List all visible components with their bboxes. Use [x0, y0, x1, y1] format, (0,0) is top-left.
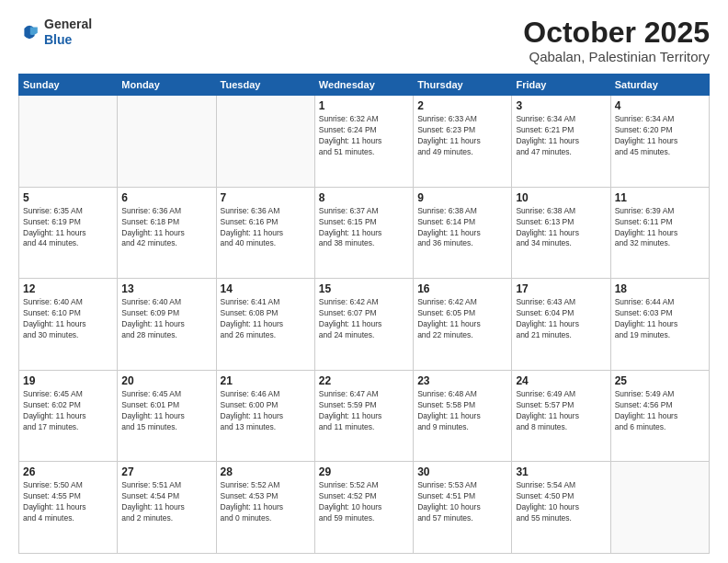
day-info: Sunrise: 5:49 AM Sunset: 4:56 PM Dayligh…	[615, 389, 705, 433]
logo-icon	[18, 21, 40, 43]
table-row: 19Sunrise: 6:45 AM Sunset: 6:02 PM Dayli…	[19, 370, 118, 462]
day-info: Sunrise: 6:39 AM Sunset: 6:11 PM Dayligh…	[615, 206, 705, 250]
table-row: 5Sunrise: 6:35 AM Sunset: 6:19 PM Daylig…	[19, 187, 118, 279]
day-number: 3	[516, 99, 606, 112]
table-row: 10Sunrise: 6:38 AM Sunset: 6:13 PM Dayli…	[512, 187, 610, 279]
logo-general: General	[44, 17, 92, 32]
table-row: 28Sunrise: 5:52 AM Sunset: 4:53 PM Dayli…	[216, 462, 314, 554]
day-number: 14	[221, 282, 311, 295]
day-number: 21	[221, 374, 311, 387]
table-row: 3Sunrise: 6:34 AM Sunset: 6:21 PM Daylig…	[512, 96, 610, 188]
calendar-week-row: 19Sunrise: 6:45 AM Sunset: 6:02 PM Dayli…	[19, 370, 710, 462]
col-tuesday: Tuesday	[216, 75, 314, 96]
table-row: 18Sunrise: 6:44 AM Sunset: 6:03 PM Dayli…	[610, 279, 709, 371]
day-number: 15	[319, 282, 409, 295]
day-number: 31	[516, 465, 606, 478]
day-number: 5	[23, 191, 113, 204]
table-row: 25Sunrise: 5:49 AM Sunset: 4:56 PM Dayli…	[610, 370, 709, 462]
day-info: Sunrise: 6:42 AM Sunset: 6:07 PM Dayligh…	[319, 297, 409, 341]
day-info: Sunrise: 6:41 AM Sunset: 6:08 PM Dayligh…	[221, 297, 311, 341]
table-row: 27Sunrise: 5:51 AM Sunset: 4:54 PM Dayli…	[118, 462, 216, 554]
calendar-table: Sunday Monday Tuesday Wednesday Thursday…	[18, 74, 710, 554]
table-row: 20Sunrise: 6:45 AM Sunset: 6:01 PM Dayli…	[118, 370, 216, 462]
table-row: 16Sunrise: 6:42 AM Sunset: 6:05 PM Dayli…	[414, 279, 512, 371]
day-number: 11	[615, 191, 705, 204]
calendar-week-row: 26Sunrise: 5:50 AM Sunset: 4:55 PM Dayli…	[19, 462, 710, 554]
day-number: 8	[319, 191, 409, 204]
table-row: 23Sunrise: 6:48 AM Sunset: 5:58 PM Dayli…	[414, 370, 512, 462]
day-number: 4	[615, 99, 705, 112]
day-info: Sunrise: 6:37 AM Sunset: 6:15 PM Dayligh…	[319, 206, 409, 250]
day-number: 7	[221, 191, 311, 204]
table-row: 13Sunrise: 6:40 AM Sunset: 6:09 PM Dayli…	[118, 279, 216, 371]
day-number: 16	[417, 282, 507, 295]
day-info: Sunrise: 6:38 AM Sunset: 6:14 PM Dayligh…	[417, 206, 507, 250]
table-row	[118, 96, 216, 188]
table-row: 12Sunrise: 6:40 AM Sunset: 6:10 PM Dayli…	[19, 279, 118, 371]
day-number: 27	[121, 465, 211, 478]
calendar-week-row: 1Sunrise: 6:32 AM Sunset: 6:24 PM Daylig…	[19, 96, 710, 188]
table-row: 15Sunrise: 6:42 AM Sunset: 6:07 PM Dayli…	[314, 279, 413, 371]
day-info: Sunrise: 6:47 AM Sunset: 5:59 PM Dayligh…	[319, 389, 409, 433]
title-block: October 2025 Qabalan, Palestinian Territ…	[523, 17, 710, 64]
col-wednesday: Wednesday	[314, 75, 413, 96]
day-number: 10	[516, 191, 606, 204]
header: General Blue October 2025 Qabalan, Pales…	[18, 17, 710, 64]
day-number: 13	[121, 282, 211, 295]
day-info: Sunrise: 6:34 AM Sunset: 6:21 PM Dayligh…	[516, 114, 606, 158]
day-number: 30	[417, 465, 507, 478]
day-number: 26	[23, 465, 113, 478]
day-number: 22	[319, 374, 409, 387]
table-row: 24Sunrise: 6:49 AM Sunset: 5:57 PM Dayli…	[512, 370, 610, 462]
col-sunday: Sunday	[19, 75, 118, 96]
table-row: 30Sunrise: 5:53 AM Sunset: 4:51 PM Dayli…	[414, 462, 512, 554]
day-info: Sunrise: 5:52 AM Sunset: 4:52 PM Dayligh…	[319, 480, 409, 524]
table-row	[610, 462, 709, 554]
day-info: Sunrise: 6:34 AM Sunset: 6:20 PM Dayligh…	[615, 114, 705, 158]
day-info: Sunrise: 5:51 AM Sunset: 4:54 PM Dayligh…	[121, 480, 211, 524]
day-info: Sunrise: 6:46 AM Sunset: 6:00 PM Dayligh…	[221, 389, 311, 433]
calendar-week-row: 12Sunrise: 6:40 AM Sunset: 6:10 PM Dayli…	[19, 279, 710, 371]
day-number: 29	[319, 465, 409, 478]
day-number: 9	[417, 191, 507, 204]
table-row: 29Sunrise: 5:52 AM Sunset: 4:52 PM Dayli…	[314, 462, 413, 554]
day-number: 28	[221, 465, 311, 478]
logo-text: General Blue	[44, 17, 92, 48]
day-number: 20	[121, 374, 211, 387]
table-row: 4Sunrise: 6:34 AM Sunset: 6:20 PM Daylig…	[610, 96, 709, 188]
table-row: 11Sunrise: 6:39 AM Sunset: 6:11 PM Dayli…	[610, 187, 709, 279]
day-info: Sunrise: 6:42 AM Sunset: 6:05 PM Dayligh…	[417, 297, 507, 341]
day-info: Sunrise: 6:36 AM Sunset: 6:16 PM Dayligh…	[221, 206, 311, 250]
day-number: 24	[516, 374, 606, 387]
day-info: Sunrise: 6:36 AM Sunset: 6:18 PM Dayligh…	[121, 206, 211, 250]
day-info: Sunrise: 5:50 AM Sunset: 4:55 PM Dayligh…	[23, 480, 113, 524]
day-info: Sunrise: 6:45 AM Sunset: 6:02 PM Dayligh…	[23, 389, 113, 433]
day-info: Sunrise: 6:48 AM Sunset: 5:58 PM Dayligh…	[417, 389, 507, 433]
col-saturday: Saturday	[610, 75, 709, 96]
table-row: 1Sunrise: 6:32 AM Sunset: 6:24 PM Daylig…	[314, 96, 413, 188]
day-info: Sunrise: 6:40 AM Sunset: 6:09 PM Dayligh…	[121, 297, 211, 341]
col-thursday: Thursday	[414, 75, 512, 96]
calendar-header-row: Sunday Monday Tuesday Wednesday Thursday…	[19, 75, 710, 96]
day-number: 25	[615, 374, 705, 387]
table-row: 31Sunrise: 5:54 AM Sunset: 4:50 PM Dayli…	[512, 462, 610, 554]
table-row: 6Sunrise: 6:36 AM Sunset: 6:18 PM Daylig…	[118, 187, 216, 279]
table-row: 2Sunrise: 6:33 AM Sunset: 6:23 PM Daylig…	[414, 96, 512, 188]
table-row: 8Sunrise: 6:37 AM Sunset: 6:15 PM Daylig…	[314, 187, 413, 279]
calendar-week-row: 5Sunrise: 6:35 AM Sunset: 6:19 PM Daylig…	[19, 187, 710, 279]
day-info: Sunrise: 6:33 AM Sunset: 6:23 PM Dayligh…	[417, 114, 507, 158]
day-number: 19	[23, 374, 113, 387]
logo: General Blue	[18, 17, 92, 48]
table-row: 26Sunrise: 5:50 AM Sunset: 4:55 PM Dayli…	[19, 462, 118, 554]
table-row	[216, 96, 314, 188]
day-info: Sunrise: 6:45 AM Sunset: 6:01 PM Dayligh…	[121, 389, 211, 433]
table-row: 22Sunrise: 6:47 AM Sunset: 5:59 PM Dayli…	[314, 370, 413, 462]
day-number: 6	[121, 191, 211, 204]
day-info: Sunrise: 6:44 AM Sunset: 6:03 PM Dayligh…	[615, 297, 705, 341]
table-row: 9Sunrise: 6:38 AM Sunset: 6:14 PM Daylig…	[414, 187, 512, 279]
page: General Blue October 2025 Qabalan, Pales…	[0, 0, 728, 563]
day-number: 18	[615, 282, 705, 295]
col-friday: Friday	[512, 75, 610, 96]
day-info: Sunrise: 6:38 AM Sunset: 6:13 PM Dayligh…	[516, 206, 606, 250]
location-title: Qabalan, Palestinian Territory	[523, 49, 710, 64]
